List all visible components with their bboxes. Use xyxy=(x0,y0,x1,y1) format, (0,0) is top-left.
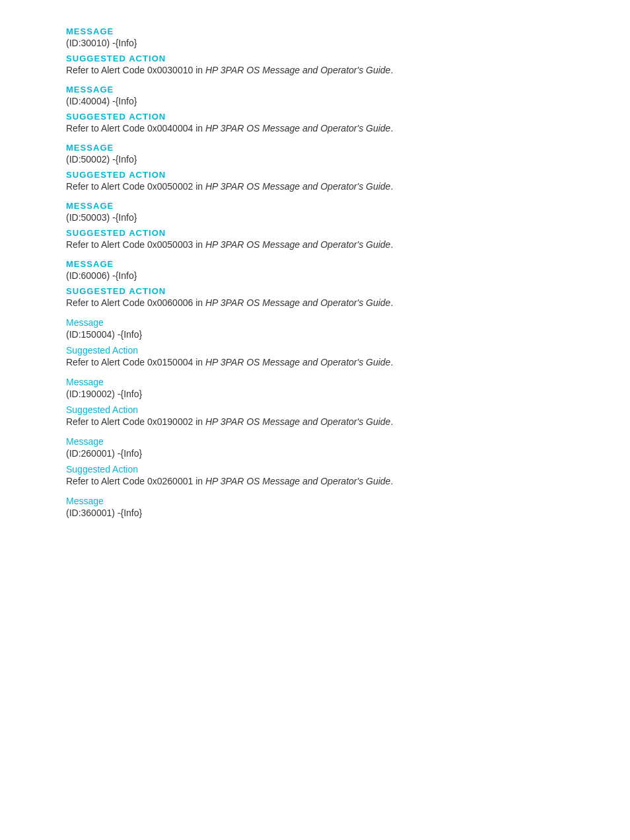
suggested-action-text: Refer to Alert Code 0x0190002 in HP 3PAR… xyxy=(66,416,564,427)
entry-group: MESSAGE(ID:30010) -{Info}SUGGESTED ACTIO… xyxy=(66,26,564,75)
suggested-action-text: Refer to Alert Code 0x0030010 in HP 3PAR… xyxy=(66,65,564,75)
suggested-action-text: Refer to Alert Code 0x0060006 in HP 3PAR… xyxy=(66,297,564,308)
message-value: (ID:60006) -{Info} xyxy=(66,270,564,281)
message-value: (ID:50003) -{Info} xyxy=(66,212,564,223)
guide-title: HP 3PAR OS Message and Operator's Guide xyxy=(205,297,390,308)
suggested-action-label: Suggested Action xyxy=(66,464,564,475)
message-value: (ID:150004) -{Info} xyxy=(66,329,564,340)
message-value: (ID:360001) -{Info} xyxy=(66,508,564,518)
message-value: (ID:50002) -{Info} xyxy=(66,154,564,165)
entry-group: MESSAGE(ID:50002) -{Info}SUGGESTED ACTIO… xyxy=(66,143,564,192)
message-label: Message xyxy=(66,317,564,328)
message-label: MESSAGE xyxy=(66,201,564,211)
suggested-action-label: SUGGESTED ACTION xyxy=(66,228,564,238)
entry-group: Message(ID:150004) -{Info}Suggested Acti… xyxy=(66,317,564,367)
suggested-action-text: Refer to Alert Code 0x0260001 in HP 3PAR… xyxy=(66,476,564,486)
message-label: Message xyxy=(66,377,564,387)
suggested-action-label: Suggested Action xyxy=(66,345,564,356)
message-value: (ID:260001) -{Info} xyxy=(66,448,564,459)
suggested-action-label: SUGGESTED ACTION xyxy=(66,286,564,296)
suggested-action-text: Refer to Alert Code 0x0040004 in HP 3PAR… xyxy=(66,123,564,134)
message-value: (ID:190002) -{Info} xyxy=(66,389,564,399)
suggested-action-label: SUGGESTED ACTION xyxy=(66,170,564,180)
guide-title: HP 3PAR OS Message and Operator's Guide xyxy=(205,239,390,250)
guide-title: HP 3PAR OS Message and Operator's Guide xyxy=(205,65,390,75)
message-label: MESSAGE xyxy=(66,26,564,36)
entry-group: Message(ID:260001) -{Info}Suggested Acti… xyxy=(66,436,564,486)
message-value: (ID:40004) -{Info} xyxy=(66,96,564,106)
suggested-action-label: SUGGESTED ACTION xyxy=(66,112,564,122)
guide-title: HP 3PAR OS Message and Operator's Guide xyxy=(205,181,390,192)
guide-title: HP 3PAR OS Message and Operator's Guide xyxy=(205,123,390,134)
suggested-action-text: Refer to Alert Code 0x0050003 in HP 3PAR… xyxy=(66,239,564,250)
message-label: Message xyxy=(66,496,564,506)
guide-title: HP 3PAR OS Message and Operator's Guide xyxy=(205,476,390,486)
suggested-action-text: Refer to Alert Code 0x0050002 in HP 3PAR… xyxy=(66,181,564,192)
footer xyxy=(66,804,73,814)
entry-group: MESSAGE(ID:60006) -{Info}SUGGESTED ACTIO… xyxy=(66,259,564,308)
message-label: MESSAGE xyxy=(66,85,564,95)
message-value: (ID:30010) -{Info} xyxy=(66,38,564,48)
entry-group: Message(ID:190002) -{Info}Suggested Acti… xyxy=(66,377,564,427)
guide-title: HP 3PAR OS Message and Operator's Guide xyxy=(205,416,390,427)
message-label: MESSAGE xyxy=(66,143,564,153)
entry-group: MESSAGE(ID:50003) -{Info}SUGGESTED ACTIO… xyxy=(66,201,564,250)
entry-group: Message(ID:360001) -{Info} xyxy=(66,496,564,518)
suggested-action-text: Refer to Alert Code 0x0150004 in HP 3PAR… xyxy=(66,357,564,367)
suggested-action-label: SUGGESTED ACTION xyxy=(66,54,564,63)
message-label: MESSAGE xyxy=(66,259,564,269)
message-label: Message xyxy=(66,436,564,447)
suggested-action-label: Suggested Action xyxy=(66,404,564,415)
entry-group: MESSAGE(ID:40004) -{Info}SUGGESTED ACTIO… xyxy=(66,85,564,134)
guide-title: HP 3PAR OS Message and Operator's Guide xyxy=(205,357,390,367)
